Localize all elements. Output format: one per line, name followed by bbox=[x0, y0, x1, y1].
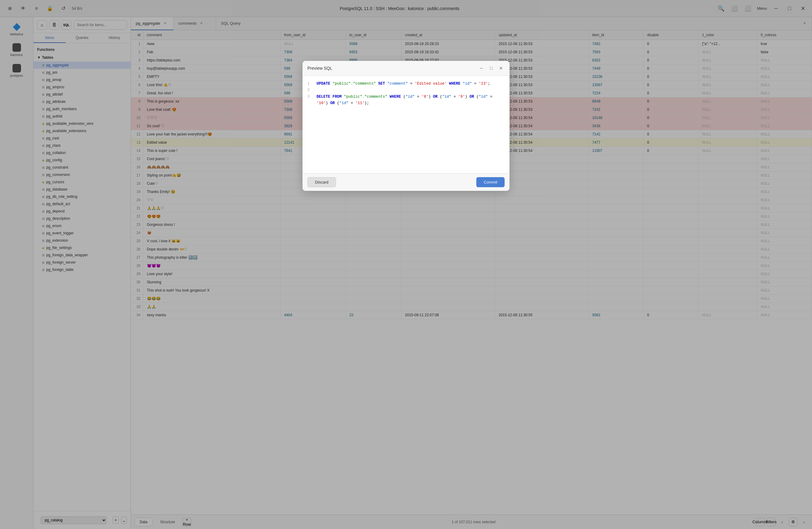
modal-body: 1UPDATE "public"."comments" SET "comment… bbox=[303, 76, 509, 173]
sql-line-1: 1UPDATE "public"."comments" SET "comment… bbox=[307, 81, 505, 87]
discard-button[interactable]: Discard bbox=[307, 177, 336, 187]
line-num-1: 1 bbox=[307, 81, 314, 87]
line-num-2: 2 bbox=[307, 87, 314, 94]
preview-sql-modal: Preview SQL ─ □ ✕ 1UPDATE "public"."comm… bbox=[303, 61, 509, 191]
modal-controls: ─ □ ✕ bbox=[478, 65, 505, 72]
sql-line-2: 2 bbox=[307, 87, 505, 94]
modal-footer: Discard Commit bbox=[303, 173, 509, 191]
modal-minimize-btn[interactable]: ─ bbox=[478, 65, 485, 72]
sql-line-3: 3DELETE FROM "public"."comments" WHERE (… bbox=[307, 94, 505, 100]
modal-header: Preview SQL ─ □ ✕ bbox=[303, 61, 509, 76]
sql-line-3b: '10') OR ("id" = '11'); bbox=[307, 100, 505, 106]
modal-title: Preview SQL bbox=[307, 66, 332, 71]
commit-button[interactable]: Commit bbox=[476, 177, 505, 187]
modal-expand-btn[interactable]: □ bbox=[488, 65, 495, 72]
modal-close-btn[interactable]: ✕ bbox=[497, 65, 505, 72]
modal-overlay: Preview SQL ─ □ ✕ 1UPDATE "public"."comm… bbox=[0, 0, 812, 529]
line-num-3: 3 bbox=[307, 94, 314, 100]
